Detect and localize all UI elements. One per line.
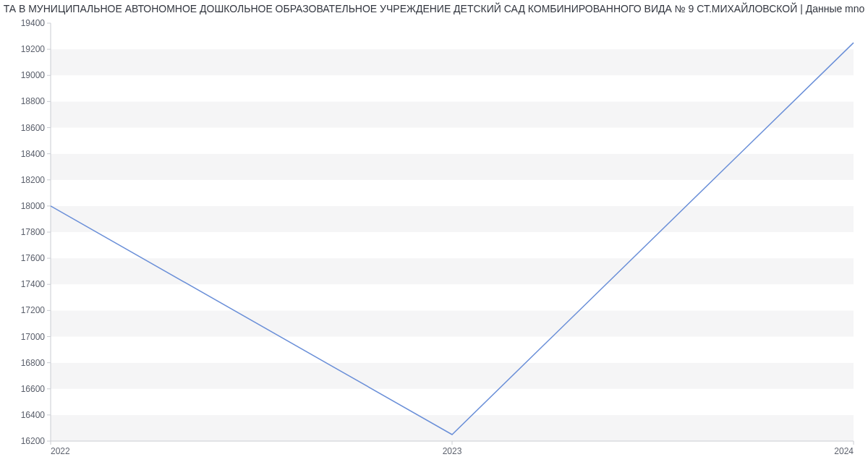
y-tick-label: 17800 — [21, 227, 46, 237]
y-tick-label: 16800 — [21, 358, 46, 368]
y-tick-label: 18600 — [21, 123, 46, 133]
grid-band — [51, 180, 854, 206]
y-tick-label: 18400 — [21, 149, 46, 159]
x-tick-label: 2024 — [834, 446, 854, 456]
grid-band — [51, 206, 854, 232]
grid-band — [51, 75, 854, 101]
grid-band — [51, 49, 854, 75]
y-tick-label: 17600 — [21, 253, 46, 263]
grid-band — [51, 363, 854, 389]
y-tick-label: 18800 — [21, 96, 46, 106]
x-tick-label: 2023 — [443, 446, 462, 456]
grid-band — [51, 310, 854, 336]
y-tick-label: 19400 — [21, 18, 46, 28]
grid-band — [51, 101, 854, 127]
y-tick-label: 17200 — [21, 305, 46, 315]
y-tick-label: 16600 — [21, 384, 46, 394]
grid-band — [51, 284, 854, 310]
y-tick-label: 17400 — [21, 279, 46, 289]
y-tick-label: 17000 — [21, 332, 46, 342]
grid-band — [51, 415, 854, 441]
chart-area: 1620016400166001680017000172001740017600… — [0, 14, 868, 463]
grid-band — [51, 389, 854, 415]
x-tick-label: 2022 — [51, 446, 70, 456]
grid-band — [51, 154, 854, 180]
grid-band — [51, 258, 854, 284]
grid-band — [51, 232, 854, 258]
grid-band — [51, 23, 854, 49]
y-tick-label: 19000 — [21, 70, 46, 80]
chart-title: ТА В МУНИЦИПАЛЬНОЕ АВТОНОМНОЕ ДОШКОЛЬНОЕ… — [0, 0, 868, 14]
y-tick-label: 18200 — [21, 175, 46, 185]
y-tick-label: 16200 — [21, 436, 46, 446]
y-tick-label: 16400 — [21, 410, 46, 420]
grid-band — [51, 128, 854, 154]
grid-band — [51, 337, 854, 363]
line-chart: 1620016400166001680017000172001740017600… — [0, 14, 868, 463]
y-tick-label: 18000 — [21, 201, 46, 211]
y-tick-label: 19200 — [21, 44, 46, 54]
